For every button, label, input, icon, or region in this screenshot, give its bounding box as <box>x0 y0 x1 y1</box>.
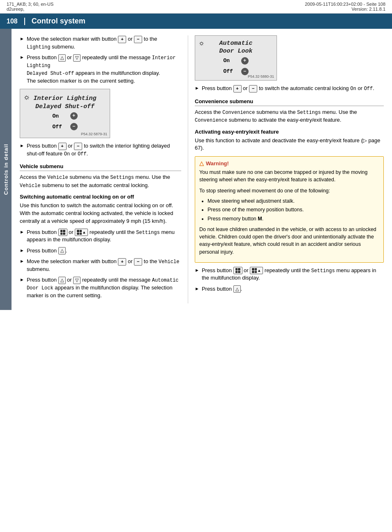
activating-title: Activating easy-entry/exit feature <box>195 129 384 135</box>
on-mono-1: On <box>64 151 70 157</box>
left-column: ► Move the selection marker with button … <box>12 35 188 303</box>
right-bullet-3-text: Press button △. <box>202 285 242 293</box>
convenience-mono-2: Convenience <box>195 118 227 123</box>
sidebar-label: Controls in detail <box>0 29 12 310</box>
arrow-icon-r3: ► <box>195 286 199 292</box>
settings-button-r2[interactable]: ▲ <box>250 267 263 274</box>
arrow-icon-r1: ► <box>195 85 199 91</box>
grid-icon-2 <box>77 230 82 235</box>
vehicle-para: Access the Vehicle submenu via the Setti… <box>20 173 181 190</box>
left-bullet-list-2: ► Press button + or − to switch the inte… <box>20 142 181 157</box>
meta-left: 171_AKB; 3; 60, en-USd2ureep, <box>7 2 53 12</box>
arrow-icon-3: ► <box>20 143 24 149</box>
bullet-6: ► Move the selection marker with button … <box>20 258 181 273</box>
settings-button-2[interactable]: ▲ <box>75 229 88 236</box>
up-arrow-button-2[interactable]: △ <box>58 247 66 254</box>
off-mono-1: Off <box>78 151 87 157</box>
warning-p3: Do not leave children unattended in the … <box>199 226 379 256</box>
bullet-5-text: Press button △. <box>27 247 67 255</box>
bullet-7: ► Press button △ or ▽ repeatedly until t… <box>20 276 181 299</box>
page-title: Control system <box>32 17 85 25</box>
on-mono-r1: On <box>350 86 356 92</box>
display-2-on-row: On + <box>224 57 249 65</box>
meta-bar: 171_AKB; 3; 60, en-USd2ureep, 2009-05-11… <box>0 0 392 14</box>
right-bullet-2: ► Press button or ▲ repeatedly until the… <box>195 267 384 282</box>
minus-button[interactable]: − <box>134 36 142 43</box>
bullet-5: ► Press button △. <box>20 247 181 255</box>
warning-p1: You must make sure no one can become tra… <box>199 169 379 183</box>
content-area: ► Move the selection marker with button … <box>12 29 392 310</box>
car-icon: ☼ <box>24 93 29 102</box>
down-arrow-button-3[interactable]: ▽ <box>73 277 81 284</box>
meta-right: 2009-05-11T16:00:23+02:00 - Seite 108Ver… <box>305 2 385 12</box>
vehicle-mono-2: Vehicle <box>20 183 40 189</box>
minus-button-2[interactable]: − <box>74 143 82 150</box>
bullet-7-text: Press button △ or ▽ repeatedly until the… <box>27 276 181 299</box>
vehicle-mono-1: Vehicle <box>47 175 68 180</box>
display-1-label: P54.32·5879-31 <box>81 132 107 136</box>
bullet-1-text: Move the selection marker with button + … <box>27 35 181 51</box>
left-bullet-list-3: ► Press button or ▲ repeatedly until the… <box>20 229 181 299</box>
up-arrow-button-3[interactable]: △ <box>58 277 66 284</box>
display-2-off-row: Off − <box>224 68 249 75</box>
grid-icon-r1 <box>235 268 240 273</box>
convenience-submenu-title: Convenience submenu <box>195 98 384 106</box>
vehicle-submenu-title: Vehicle submenu <box>20 163 181 171</box>
convenience-para: Access the Convenience submenu via the S… <box>195 109 384 125</box>
grid-icon-r2 <box>252 268 257 273</box>
arrow-icon-5: ► <box>20 247 24 254</box>
off-label-2: Off <box>224 68 238 74</box>
page-number: 108 <box>7 18 25 25</box>
bullet-2: ► Press button △ or ▽ repeatedly until t… <box>20 54 181 85</box>
minus-circle-2: − <box>241 68 249 75</box>
right-bullet-list-2: ► Press button or ▲ repeatedly until the… <box>195 267 384 293</box>
arrow-icon-2: ► <box>20 54 24 60</box>
car-icon-2: ☼ <box>199 39 204 47</box>
display-interior-lighting: ☼ Interior LightingDelayed Shut-off On +… <box>20 89 110 138</box>
settings-mono-r2: Settings <box>311 268 335 274</box>
up-arrow-button-r3[interactable]: △ <box>233 285 241 293</box>
right-bullet-list-1: ► Press button + or − to switch the auto… <box>195 85 384 93</box>
arrow-icon-6: ► <box>20 258 24 264</box>
convenience-mono-1: Convenience <box>222 110 255 116</box>
minus-button-r1[interactable]: − <box>249 85 257 93</box>
settings-button-r1[interactable] <box>233 267 242 274</box>
plus-button-r1[interactable]: + <box>233 85 242 93</box>
settings-button-1[interactable] <box>58 229 67 236</box>
plus-button[interactable]: + <box>118 36 126 43</box>
left-bullet-list: ► Move the selection marker with button … <box>20 35 181 85</box>
right-bullet-2-text: Press button or ▲ repeatedly until the S… <box>202 267 384 282</box>
minus-button-3[interactable]: − <box>134 258 142 266</box>
warning-body: You must make sure no one can become tra… <box>199 169 379 255</box>
warning-label: Warning! <box>206 160 229 167</box>
bullet-1: ► Move the selection marker with button … <box>20 35 181 51</box>
bullet-6-text: Move the selection marker with button + … <box>27 258 181 273</box>
bullet-2-text: Press button △ or ▽ repeatedly until the… <box>27 54 181 85</box>
bullet-3-text: Press button + or − to switch the interi… <box>27 142 181 157</box>
switching-para: Use this function to switch the automati… <box>20 202 181 225</box>
display-1-on-row: On + <box>53 112 78 120</box>
arrow-icon-r2: ► <box>195 267 199 273</box>
display-1-title: Interior LightingDelayed Shut-off <box>33 95 96 111</box>
up-arrow-button[interactable]: △ <box>58 54 66 62</box>
right-bullet-1-text: Press button + or − to switch the automa… <box>202 85 374 93</box>
plus-button-3[interactable]: + <box>118 258 126 266</box>
page-header: 108 Control system <box>0 14 392 29</box>
display-automatic-door: ☼ AutomaticDoor Look On + Off − P54.32·5… <box>195 35 277 81</box>
plus-button-2[interactable]: + <box>58 143 67 150</box>
settings-mono-2: Settings <box>136 230 160 236</box>
lighting-mono: Lighting <box>27 44 51 50</box>
down-arrow-button[interactable]: ▽ <box>73 54 81 62</box>
warning-title: △ Warning! <box>199 160 379 167</box>
arrow-icon-7: ► <box>20 277 24 283</box>
activating-para: Use this function to activate and deacti… <box>195 137 384 153</box>
warning-dot-1: Move steering wheel adjustment stalk. <box>208 198 379 205</box>
warning-dot-2: Press one of the memory position buttons… <box>208 206 379 214</box>
warning-dot-list: Move steering wheel adjustment stalk. Pr… <box>199 198 379 223</box>
bullet-4-text: Press button or ▲ repeatedly until the S… <box>27 229 181 244</box>
vehicle-mono-3: Vehicle <box>159 259 179 265</box>
warning-dot-3: Press memory button M. <box>208 215 379 223</box>
switching-title: Switching automatic central locking on o… <box>20 194 181 200</box>
off-mono-r1: Off <box>364 86 373 92</box>
right-column: ☼ AutomaticDoor Look On + Off − P54.32·5… <box>188 35 392 303</box>
